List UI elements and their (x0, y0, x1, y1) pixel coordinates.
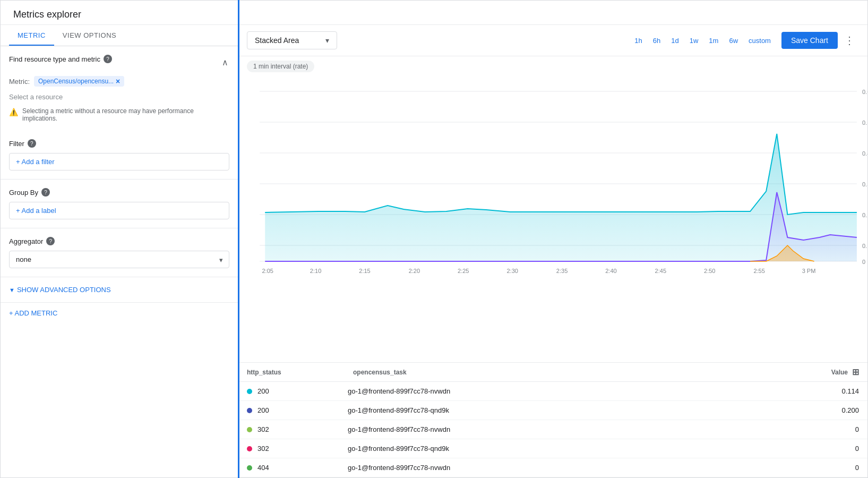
more-options-button[interactable]: ⋮ (840, 32, 859, 49)
row-task-5: go-1@frontend-899f7cc78-nvwdn (348, 464, 795, 472)
color-dot-2 (247, 408, 252, 413)
aggregator-select[interactable]: none mean sum min max count (9, 251, 229, 268)
time-6w-button[interactable]: 6w (725, 33, 742, 48)
svg-text:0.2: 0.2 (862, 212, 867, 218)
svg-text:2:30: 2:30 (506, 268, 518, 274)
time-1d-button[interactable]: 1d (667, 33, 683, 48)
tab-metric[interactable]: METRIC (9, 25, 54, 46)
color-dot-5 (247, 465, 252, 471)
grid-icon[interactable]: ⊞ (852, 367, 859, 377)
table-row: 200 go-1@frontend-899f7cc78-nvwdn 0.114 (238, 382, 867, 401)
chart-area: 0 0.1 0.2 0.3 0.4 0.5 0.6 2:05 2:10 2:15… (238, 76, 867, 362)
data-table: http_status opencensus_task Value ⊞ 200 … (238, 362, 867, 477)
color-dot-1 (247, 389, 252, 394)
svg-text:2:20: 2:20 (409, 268, 420, 274)
svg-text:2:15: 2:15 (359, 268, 370, 274)
svg-text:2:55: 2:55 (753, 268, 764, 274)
svg-text:2:40: 2:40 (605, 268, 616, 274)
row-status-2: 200 (247, 406, 348, 414)
row-task-1: go-1@frontend-899f7cc78-nvwdn (348, 387, 795, 395)
chart-type-label: Stacked Area (255, 36, 299, 45)
color-dot-4 (247, 446, 252, 451)
metric-value: OpenCensus/opencensu... (38, 78, 114, 85)
row-task-4: go-1@frontend-899f7cc78-qnd9k (348, 445, 795, 453)
add-metric-button[interactable]: + ADD METRIC (1, 302, 238, 323)
row-task-2: go-1@frontend-899f7cc78-qnd9k (348, 406, 795, 414)
svg-text:2:50: 2:50 (704, 268, 715, 274)
page-title: Metrics explorer (1, 1, 867, 25)
row-status-1: 200 (247, 387, 348, 395)
svg-text:0.4: 0.4 (862, 150, 867, 157)
col-header-value: Value ⊞ (795, 367, 859, 377)
metric-chip: OpenCensus/opencensu... × (34, 76, 124, 87)
right-panel: Stacked Area ▾ 1h 6h 1d 1w 1m 6w custom … (238, 25, 867, 477)
svg-text:2:10: 2:10 (310, 268, 321, 274)
svg-text:0.1: 0.1 (862, 243, 867, 249)
chart-type-select[interactable]: Stacked Area ▾ (247, 31, 337, 49)
help-icon-aggregator[interactable]: ? (46, 237, 55, 245)
color-dot-3 (247, 427, 252, 432)
warning-text: Selecting a metric without a resource ma… (22, 107, 229, 122)
row-status-3: 302 (247, 425, 348, 433)
tab-view-options[interactable]: VIEW OPTIONS (54, 25, 125, 46)
aggregator-section: Aggregator ? none mean sum min max count (1, 228, 238, 277)
chart-badge: 1 min interval (rate) (238, 56, 867, 76)
tab-bar: METRIC VIEW OPTIONS (1, 25, 238, 46)
aggregator-label: Aggregator ? (9, 237, 229, 245)
row-value-1: 0.114 (795, 387, 859, 395)
show-advanced-button[interactable]: ▼ SHOW ADVANCED OPTIONS (1, 277, 238, 302)
chart-toolbar: Stacked Area ▾ 1h 6h 1d 1w 1m 6w custom … (238, 25, 867, 56)
row-value-3: 0 (795, 425, 859, 433)
svg-text:3 PM: 3 PM (802, 268, 816, 274)
table-header: http_status opencensus_task Value ⊞ (238, 363, 867, 382)
time-range-buttons: 1h 6h 1d 1w 1m 6w custom Save Chart ⋮ (630, 32, 859, 49)
time-1m-button[interactable]: 1m (704, 33, 723, 48)
save-chart-button[interactable]: Save Chart (781, 32, 838, 49)
select-resource-text[interactable]: Select a resource (9, 91, 229, 103)
warning-icon: ⚠️ (9, 108, 18, 116)
row-value-4: 0 (795, 445, 859, 453)
svg-text:0.5: 0.5 (862, 120, 867, 126)
row-status-5: 404 (247, 464, 348, 472)
left-panel: METRIC VIEW OPTIONS Find resource type a… (1, 25, 238, 477)
warning-box: ⚠️ Selecting a metric without a resource… (9, 107, 229, 122)
chart-type-arrow-icon: ▾ (325, 36, 329, 45)
time-1w-button[interactable]: 1w (685, 33, 703, 48)
help-icon-groupby[interactable]: ? (41, 188, 50, 197)
group-by-label: Group By ? (9, 188, 229, 197)
row-task-3: go-1@frontend-899f7cc78-nvwdn (348, 425, 795, 433)
table-row: 302 go-1@frontend-899f7cc78-qnd9k 0 (238, 439, 867, 458)
metric-prefix: Metric: (9, 78, 30, 86)
time-1h-button[interactable]: 1h (630, 33, 646, 48)
table-row: 302 go-1@frontend-899f7cc78-nvwdn 0 (238, 420, 867, 439)
filter-section: Filter ? + Add a filter (1, 131, 238, 180)
metric-chip-close[interactable]: × (116, 77, 120, 86)
add-label-button[interactable]: + Add a label (9, 202, 229, 219)
help-icon-filter[interactable]: ? (28, 139, 36, 148)
main-chart-svg: 0 0.1 0.2 0.3 0.4 0.5 0.6 2:05 2:10 2:15… (238, 81, 867, 277)
time-custom-button[interactable]: custom (744, 33, 775, 48)
col-header-task: opencensus_task (353, 369, 795, 376)
metric-row: Metric: OpenCensus/opencensu... × (9, 76, 229, 87)
row-status-4: 302 (247, 445, 348, 453)
svg-text:0: 0 (862, 259, 865, 265)
collapse-button[interactable]: ∧ (221, 56, 229, 69)
time-6h-button[interactable]: 6h (649, 33, 665, 48)
group-by-section: Group By ? + Add a label (1, 180, 238, 228)
col-header-status: http_status (247, 369, 353, 376)
find-resource-section: Find resource type and metric ? ∧ Metric… (1, 46, 238, 131)
filter-label: Filter ? (9, 139, 229, 148)
table-row: 200 go-1@frontend-899f7cc78-qnd9k 0.200 (238, 401, 867, 420)
svg-text:2:35: 2:35 (556, 268, 568, 274)
svg-text:2:25: 2:25 (458, 268, 469, 274)
svg-text:2:45: 2:45 (655, 268, 666, 274)
row-value-5: 0 (795, 464, 859, 472)
row-value-2: 0.200 (795, 406, 859, 414)
svg-text:2:05: 2:05 (262, 268, 273, 274)
aggregator-select-wrapper: none mean sum min max count (9, 251, 229, 268)
find-resource-label: Find resource type and metric ? (9, 55, 112, 63)
add-filter-button[interactable]: + Add a filter (9, 153, 229, 170)
svg-text:0.6: 0.6 (862, 89, 867, 95)
table-row: 404 go-1@frontend-899f7cc78-nvwdn 0 (238, 458, 867, 477)
help-icon-resource[interactable]: ? (104, 55, 112, 63)
